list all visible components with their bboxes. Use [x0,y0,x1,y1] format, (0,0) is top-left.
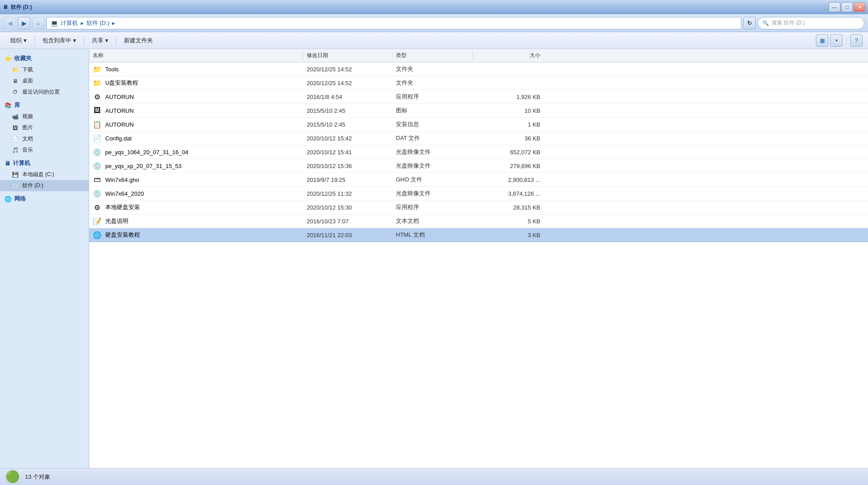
file-type: 应用程序 [392,92,473,102]
library-icon: 📚 [4,102,12,109]
file-date: 2016/1/8 4:54 [303,93,392,101]
share-arrow-icon: ▾ [105,37,108,44]
sidebar-network-header[interactable]: 🌐 网络 [0,193,89,205]
file-size [473,82,544,84]
new-folder-button[interactable]: 新建文件夹 [119,34,158,47]
table-row[interactable]: 📋 AUTORUN 2015/5/10 2:45 安装信息 1 KB [89,118,868,132]
file-name-cell: 🖼 AUTORUN [89,105,303,116]
table-row[interactable]: 🌐 硬盘安装教程 2016/11/21 22:03 HTML 文档 3 KB [89,228,868,242]
file-icon: 💿 [93,148,102,156]
file-type: 应用程序 [392,202,473,212]
document-label: 文档 [22,135,33,143]
forward-button[interactable]: ▶ [18,17,30,29]
maximize-button[interactable]: □ [841,2,853,12]
sidebar-item-picture[interactable]: 🖼 图片 [0,122,89,133]
recent-icon: ⏱ [12,89,19,96]
back-button[interactable]: ◀ [4,17,16,29]
file-size: 652,072 KB [473,148,544,156]
file-date: 2015/5/10 2:45 [303,120,392,129]
file-name: Win7x64.gho [105,177,139,183]
download-label: 下载 [22,66,33,74]
file-name: 光盘说明 [105,217,128,225]
file-name-cell: 🗃 Win7x64.gho [89,174,303,185]
file-date: 2020/10/12 15:41 [303,148,392,156]
sidebar-item-drive-c[interactable]: 💾 本地磁盘 (C:) [0,169,89,180]
file-size: 1,926 KB [473,93,544,101]
search-placeholder: 搜索 软件 (D:) [772,19,805,27]
column-type[interactable]: 类型 [392,51,473,60]
drive-c-icon: 💾 [12,171,19,178]
file-date: 2020/10/12 15:42 [303,134,392,143]
sidebar-computer-header[interactable]: 🖥 计算机 [0,157,89,169]
file-name-cell: 📁 Tools [89,64,303,74]
table-row[interactable]: 🖼 AUTORUN 2015/5/10 2:45 图标 10 KB [89,104,868,118]
refresh-button[interactable]: ↻ [743,17,756,29]
table-row[interactable]: 📁 Tools 2020/12/25 14:52 文件夹 [89,62,868,76]
breadcrumb: 计算机 ► 软件 (D:) ► [61,19,116,27]
view-arrow-button[interactable]: ▾ [830,34,843,47]
breadcrumb-drive[interactable]: 软件 (D:) [86,19,109,27]
organize-button[interactable]: 组织 ▾ [5,34,32,47]
sidebar-item-recent[interactable]: ⏱ 最近访问的位置 [0,86,89,98]
toolbar-separator-2 [84,36,84,45]
close-button[interactable]: ✕ [854,2,865,12]
minimize-button[interactable]: — [829,2,840,12]
sidebar-item-music[interactable]: 🎵 音乐 [0,144,89,156]
drive-c-label: 本地磁盘 (C:) [22,171,54,178]
table-row[interactable]: 📝 光盘说明 2016/10/23 7:07 文本文档 5 KB [89,214,868,228]
file-type: 图标 [392,106,473,115]
table-row[interactable]: 💿 pe_yqs_1064_20_07_31_16_04 2020/10/12 … [89,145,868,159]
breadcrumb-computer[interactable]: 计算机 [61,19,78,27]
file-name-cell: 📝 光盘说明 [89,216,303,226]
column-size[interactable]: 大小 [473,51,544,60]
file-name-cell: 📄 Config.dat [89,133,303,144]
sidebar-item-drive-d[interactable]: 💿 软件 (D:) [0,180,89,191]
table-row[interactable]: ⚙ AUTORUN 2016/1/8 4:54 应用程序 1,926 KB [89,90,868,104]
view-toggle-button[interactable]: ▦ [816,34,828,47]
sidebar-item-desktop[interactable]: 🖥 桌面 [0,75,89,86]
table-row[interactable]: 📄 Config.dat 2020/10/12 15:42 DAT 文件 36 … [89,132,868,145]
help-button[interactable]: ? [850,34,863,47]
file-name-cell: 💿 pe_yqs_1064_20_07_31_16_04 [89,147,303,157]
title-text: 软件 (D:) [11,4,32,11]
include-library-arrow-icon: ▾ [73,37,76,44]
table-row[interactable]: 📁 U盘安装教程 2020/12/25 14:52 文件夹 [89,76,868,90]
file-icon: ⚙ [93,92,102,101]
file-name-cell: 🌐 硬盘安装教程 [89,230,303,240]
sidebar-library-header[interactable]: 📚 库 [0,99,89,111]
title-app-icon: 🖥 [3,4,8,10]
share-button[interactable]: 共享 ▾ [87,34,113,47]
include-library-button[interactable]: 包含到库中 ▾ [37,34,81,47]
sidebar-item-document[interactable]: 📄 文档 [0,133,89,144]
file-type: 文件夹 [392,78,473,88]
file-size: 3 KB [473,231,544,239]
table-row[interactable]: 💿 pe_yqs_xp_20_07_31_15_53 2020/10/12 15… [89,159,868,173]
column-modified[interactable]: 修改日期 [303,51,392,60]
main-layout: ⭐ 收藏夹 📁 下载 🖥 桌面 ⏱ 最近访问的位置 📚 库 � [0,49,868,468]
picture-icon: 🖼 [12,124,19,132]
file-list: 📁 Tools 2020/12/25 14:52 文件夹 📁 U盘安装教程 20… [89,62,868,242]
file-date: 2020/12/25 14:52 [303,65,392,74]
file-icon: 📝 [93,217,102,226]
desktop-icon: 🖥 [12,78,19,85]
column-headers: 名称 修改日期 类型 大小 [89,49,868,62]
sidebar-item-video[interactable]: 📹 视频 [0,111,89,122]
search-box[interactable]: 🔍 搜索 软件 (D:) [757,17,864,29]
sidebar-item-download[interactable]: 📁 下载 [0,64,89,75]
table-row[interactable]: 🗃 Win7x64.gho 2019/9/7 19:25 GHO 文件 2,90… [89,173,868,187]
file-size [473,68,544,70]
file-date: 2019/9/7 19:25 [303,176,392,184]
favorites-label: 收藏夹 [14,54,32,62]
sidebar-section-computer: 🖥 计算机 💾 本地磁盘 (C:) 💿 软件 (D:) [0,157,89,191]
table-row[interactable]: ⚙ 本地硬盘安装 2020/10/12 15:30 应用程序 28,315 KB [89,201,868,214]
file-name-cell: 💿 pe_yqs_xp_20_07_31_15_53 [89,160,303,171]
file-type: HTML 文档 [392,230,473,240]
up-button[interactable]: ▲ [32,17,45,29]
toolbar-right: ▦ ▾ ? [816,34,863,47]
column-name[interactable]: 名称 [89,51,303,60]
file-type: 安装信息 [392,119,473,129]
table-row[interactable]: 💿 Win7x64_2020 2020/12/25 11:32 光盘映像文件 3… [89,187,868,201]
file-icon: 🌐 [93,230,102,239]
sidebar-favorites-header[interactable]: ⭐ 收藏夹 [0,53,89,64]
file-type: 文件夹 [392,64,473,74]
